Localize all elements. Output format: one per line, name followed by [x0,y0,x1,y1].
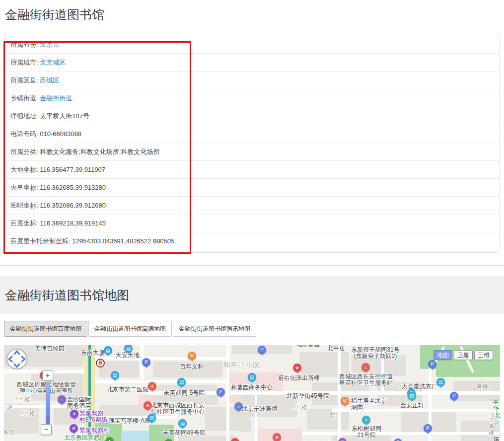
info-row: 所属城市: 北京城区 [4,54,500,72]
map-marker-star-icon[interactable]: ★ [231,438,239,441]
field-label: 详细地址: [10,112,40,120]
map-poi-label: 北京宁波宾馆 [242,406,278,412]
info-row: 百度坐标: 116.369218,39.919145 [4,215,500,232]
field-value: 太平桥大街107号 [40,112,89,120]
map-marker-building-icon[interactable]: ▤ [147,414,156,422]
map-type-button-inactive[interactable]: 三维 [474,350,493,360]
map-poi-label: 繁星戏剧村 [79,427,109,434]
field-label: 百度墨卡托米制坐标: [10,237,72,245]
map-area-block [307,409,349,430]
info-row: 乡镇街道: 金融街街道 [4,89,500,107]
map-marker-hospital-icon[interactable]: + [148,382,156,390]
map-poi-label: 2号楼 [20,410,36,417]
map-poi-label: 繁星戏剧 村876剧场 [79,410,107,423]
map-poi-label: 北京教区宣武门 天主堂 [64,435,106,441]
map-marker-building-icon[interactable]: ▤ [436,378,445,386]
map-poi-label: 金沙国际 商务酒店 [67,396,91,409]
page-title: 金融街街道图书馆 [5,6,499,22]
info-row: 图吧坐标: 116.352086,39.912680 [4,197,500,215]
map-poi-label: 北京首盘 [296,345,320,348]
map-marker-building-icon[interactable]: ▤ [111,371,119,379]
map-area-block [436,365,500,377]
map-marker-building-icon[interactable]: ▤ [248,373,256,381]
map-marker-star-icon[interactable]: ★ [293,364,301,372]
map-road [338,345,341,441]
map-poi-label: 国家 北京市 [494,437,500,441]
field-label: 所属区县: [10,76,40,84]
map-poi-label: 未英胡同-5号院 [164,390,205,396]
info-row: 大地坐标: 116.356477,39.911907 [4,161,500,179]
map-marker-subway-icon[interactable]: B [96,359,105,368]
zoom-slider[interactable] [46,382,50,425]
zoom-out-button[interactable]: − [41,424,52,435]
map-marker-parking-icon[interactable]: P [424,424,432,433]
map-area-block [99,361,139,377]
map-poi-label: 东新帘子胡同31号 (东新帘子胡同2) [351,347,399,360]
map-provider-tab[interactable]: 金融街街道图书馆百度地图 [4,321,87,337]
map-marker-hospital-icon[interactable]: + [273,433,281,441]
field-value-link[interactable]: 北京市 [40,41,59,48]
map-poi-label: 东南大厦 [81,350,105,356]
map-marker-building2-icon[interactable]: ▤ [408,392,416,400]
map-poi-label: 北京市第二医院 [107,386,148,393]
field-value: 科教文化服务;科教文化场所;科教文化场所 [40,148,159,155]
field-value: 116.356477,39.911907 [40,166,105,173]
field-value-link[interactable]: 北京城区 [40,59,66,66]
map-poi-label: 天津百饺园 [35,346,65,352]
field-value: 116.362685,39.913280 [40,184,106,191]
map-marker-hospital-icon[interactable]: + [144,401,152,410]
field-value-link[interactable]: 金融街街道 [40,94,72,102]
map-type-control: 地图卫星三维 [432,350,493,360]
field-label: 乡镇街道: [10,94,40,102]
map-poi-label: 北平居 [327,345,345,352]
map-marker-parking-icon[interactable]: P [142,358,150,367]
map-poi-label: 1号楼 [488,417,496,437]
map-marker-building-icon[interactable]: ▤ [104,346,112,355]
map-poi-label: 和薯园商务中心 [231,384,273,391]
map-provider-tab[interactable]: 金融街街道图书馆高德地图 [88,321,172,337]
map-marker-food-icon[interactable]: Ψ [341,397,349,405]
field-value-link[interactable]: 西城区 [40,76,59,84]
compass-control[interactable] [5,348,28,372]
map-marker-theater-icon[interactable]: ✳ [70,424,78,433]
map-poi-label: 和平门小区 [223,362,261,368]
field-value: 010-66083088 [40,130,81,138]
map-canvas[interactable]: + − 地图卫星三维 天津百饺园东南大厦天安天地北平居北京首盘东新帘子胡同31号… [4,345,500,441]
map-marker-parking-icon[interactable]: P [258,346,266,354]
map-road [95,357,229,360]
map-marker-parking-icon[interactable]: P [428,360,436,368]
map-marker-parking-icon[interactable]: P [216,388,225,396]
map-poi-label: 大会堂洗衣厂 [402,383,437,390]
zoom-in-button[interactable]: + [42,370,53,381]
info-row: 所属分类: 科教文化服务;科教文化场所;科教文化场所 [4,143,500,161]
map-poi-label: 1号楼 [473,384,489,390]
map-poi-label: 金安正轩 [400,402,424,409]
map-type-button-inactive[interactable]: 卫星 [454,350,473,360]
map-poi-label: 瑰宝写字楼-A座 [109,418,150,424]
page: 金融街街道图书馆 所属省份: 北京市所属城市: 北京城区所属区县: 西城区乡镇街… [0,0,504,441]
map-marker-parking-icon[interactable]: P [450,392,458,400]
map-marker-building-icon[interactable]: ▤ [178,419,187,428]
info-panel: 所属省份: 北京市所属城市: 北京城区所属区县: 西城区乡镇街道: 金融街街道详… [4,34,500,253]
map-marker-house-icon[interactable]: ⌂ [361,363,370,371]
map-marker-food-icon[interactable]: Ψ [188,352,196,360]
map-marker-hotel-icon[interactable]: ⌂ [58,395,66,404]
map-poi-label: 号楼 [4,405,13,412]
map-type-button-active[interactable]: 地图 [433,350,452,360]
map-poi-label: 北新华街45号院 [287,393,329,399]
page-header: 金融街街道图书馆 [0,0,504,27]
map-provider-tab[interactable]: 金融街街道图书馆腾讯地图 [173,321,256,337]
map-section-title: 金融街街道图书馆地图 [0,287,504,303]
info-row: 所属省份: 北京市 [4,36,500,54]
map-poi-label: 院 [330,413,336,419]
map-marker-parking-icon[interactable]: P [394,439,402,441]
map-marker-hotel2-icon[interactable]: ⌂ [234,402,243,411]
map-marker-theater-icon[interactable]: ✳ [70,410,78,418]
info-row: 百度墨卡托米制坐标: 12954303.043591,4826522.98050… [4,232,500,250]
map-poi-label: 1号楼 [292,404,308,411]
map-road [255,393,257,441]
map-poi-label: 东松树胡同 21号院 [352,426,381,439]
field-label: 所属省份: [10,41,40,48]
map-marker-building-icon[interactable]: ▤ [177,378,186,386]
map-marker-dot-icon[interactable]: • [362,416,370,424]
